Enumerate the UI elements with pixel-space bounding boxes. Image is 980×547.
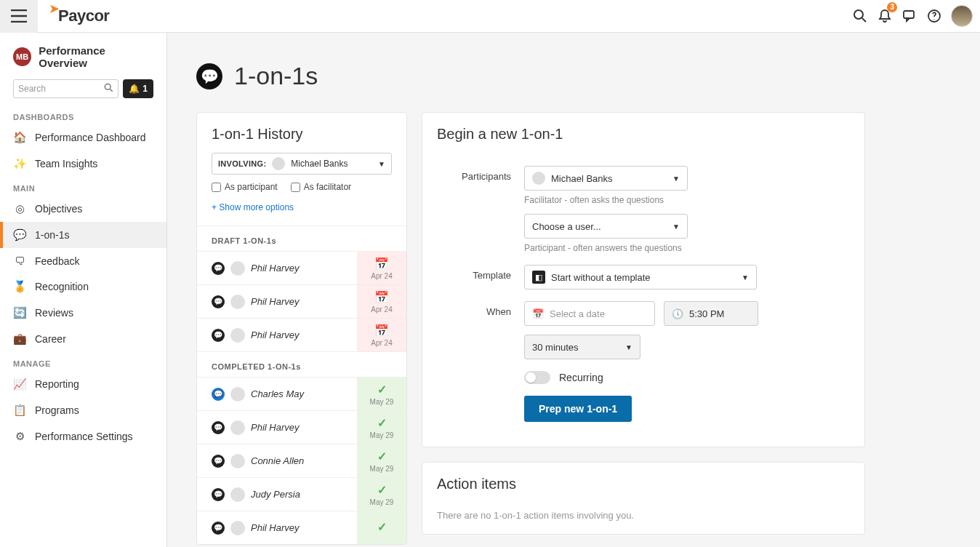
search-icon [104, 83, 113, 95]
logo-text: Paycor [58, 7, 109, 25]
facilitator-select[interactable]: Michael Banks ▼ [524, 166, 688, 191]
nav-feedback[interactable]: 🗨Feedback [0, 248, 166, 274]
help-icon[interactable] [922, 4, 947, 28]
history-item[interactable]: 💬Charles May✓May 29 [197, 377, 406, 410]
chevron-down-icon: ▼ [672, 223, 680, 231]
calendar-alert-icon: 📅 [374, 324, 389, 338]
nav-recognition[interactable]: 🏅Recognition [0, 274, 166, 300]
avatar-icon [230, 295, 245, 309]
show-more-options-link[interactable]: Show more options [212, 202, 294, 212]
calendar-alert-icon: 📅 [374, 290, 389, 304]
history-date: May 29 [370, 465, 394, 473]
nav-programs[interactable]: 📋Programs [0, 397, 166, 423]
notification-badge: 3 [887, 2, 897, 12]
nav-career[interactable]: 💼Career [0, 326, 166, 352]
history-item[interactable]: 💬Phil Harvey📅Apr 24 [197, 251, 406, 284]
nav-objectives[interactable]: ◎Objectives [0, 196, 166, 222]
briefcase-icon: 💼 [13, 332, 26, 346]
involving-dropdown[interactable]: INVOLVING: Michael Banks ▼ [212, 153, 392, 175]
history-item[interactable]: 💬Phil Harvey✓May 29 [197, 410, 406, 444]
participants-label: Participants [437, 166, 524, 182]
history-date: Apr 24 [371, 272, 392, 280]
calendar-icon: 📅 [532, 308, 544, 319]
notifications-icon[interactable]: 3 [872, 4, 897, 28]
template-select[interactable]: ◧ Start without a template ▼ [524, 265, 757, 290]
action-items-empty: There are no 1-on-1 action items involvi… [437, 510, 850, 521]
history-name: Phil Harvey [251, 522, 299, 533]
history-date: May 29 [370, 398, 394, 406]
chevron-down-icon: ▼ [672, 175, 680, 183]
avatar-icon [230, 521, 245, 535]
nav-one-on-ones[interactable]: 💬1-on-1s [0, 222, 166, 248]
avatar-icon [230, 420, 245, 435]
conversation-icon: 💬 [212, 421, 225, 434]
history-item[interactable]: 💬Phil Harvey📅Apr 24 [197, 318, 406, 351]
date-input[interactable]: 📅 Select a date [524, 301, 655, 326]
avatar-icon [230, 387, 245, 402]
sidebar-alert-pill[interactable]: 🔔 1 [123, 79, 153, 98]
nav-reviews[interactable]: 🔄Reviews [0, 300, 166, 326]
chevron-down-icon: ▼ [625, 343, 632, 351]
home-icon: 🏠 [13, 131, 26, 144]
avatar-icon [230, 487, 245, 502]
nav-team-insights[interactable]: ✨Team Insights [0, 151, 166, 177]
participant-helper: Participant - often answers the question… [524, 243, 688, 253]
action-items-title: Action items [437, 476, 850, 492]
history-name: Phil Harvey [251, 422, 299, 433]
avatar-icon [532, 172, 545, 185]
chevron-down-icon: ▼ [378, 160, 385, 168]
sidebar-title: Performance Overview [39, 44, 153, 69]
section-manage: MANAGE [0, 352, 166, 371]
history-name: Charles May [251, 388, 304, 399]
main-content: 💬 1-on-1s 1-on-1 History INVOLVING: Mich… [167, 33, 894, 547]
history-status: ✓May 29 [357, 478, 406, 511]
search-icon[interactable] [848, 4, 872, 28]
history-status: ✓ [357, 511, 406, 544]
history-name: Phil Harvey [251, 263, 299, 274]
history-status: 📅Apr 24 [357, 285, 406, 318]
clock-icon: 🕔 [672, 308, 683, 319]
conversation-icon: 💬 [212, 262, 225, 275]
history-item[interactable]: 💬Judy Persia✓May 29 [197, 477, 406, 511]
check-icon: ✓ [377, 416, 387, 430]
sidebar-user-header: MB Performance Overview [0, 40, 166, 76]
as-facilitator-checkbox[interactable]: As facilitator [291, 182, 351, 192]
prep-new-button[interactable]: Prep new 1-on-1 [524, 396, 632, 422]
involving-user: Michael Banks [291, 159, 348, 169]
history-item[interactable]: 💬Phil Harvey📅Apr 24 [197, 284, 406, 318]
history-date: May 29 [370, 431, 394, 439]
hamburger-menu[interactable] [0, 0, 38, 33]
recurring-label: Recurring [559, 372, 603, 383]
time-value: 5:30 PM [689, 308, 724, 319]
user-avatar[interactable] [951, 5, 973, 27]
gear-icon: ⚙ [13, 430, 26, 443]
nav-performance-dashboard[interactable]: 🏠Performance Dashboard [0, 124, 166, 151]
nav-reporting[interactable]: 📈Reporting [0, 371, 166, 397]
bell-icon: 🔔 [129, 84, 140, 94]
check-icon: ✓ [377, 520, 387, 534]
recurring-toggle[interactable] [524, 371, 550, 384]
conversation-icon: 💬 [212, 388, 225, 401]
sidebar: MB Performance Overview Search 🔔 1 DASHB… [0, 33, 167, 547]
chart-icon: 📈 [13, 378, 26, 391]
history-item[interactable]: 💬Connie Allen✓May 29 [197, 444, 406, 477]
as-participant-checkbox[interactable]: As participant [212, 182, 278, 192]
target-icon: ◎ [13, 202, 26, 215]
duration-select[interactable]: 30 minutes ▼ [524, 335, 640, 359]
logo[interactable]: ➤ Paycor [49, 7, 109, 25]
messages-icon[interactable] [897, 4, 922, 28]
completed-header: COMPLETED 1-ON-1s [197, 351, 406, 377]
award-icon: 🏅 [13, 280, 26, 293]
time-input[interactable]: 🕔 5:30 PM [664, 301, 758, 326]
template-label: Template [437, 265, 524, 281]
top-bar: ➤ Paycor 3 [0, 0, 980, 33]
participant-select[interactable]: Choose a user... ▼ [524, 214, 688, 239]
chevron-down-icon: ▼ [742, 274, 749, 282]
user-initials-badge: MB [13, 47, 31, 66]
begin-title: Begin a new 1-on-1 [437, 126, 850, 143]
nav-performance-settings[interactable]: ⚙Performance Settings [0, 423, 166, 450]
sidebar-search-input[interactable]: Search [13, 79, 119, 98]
page-title: 1-on-1s [234, 62, 318, 90]
history-name: Phil Harvey [251, 296, 299, 307]
history-item[interactable]: 💬Phil Harvey✓ [197, 511, 406, 544]
